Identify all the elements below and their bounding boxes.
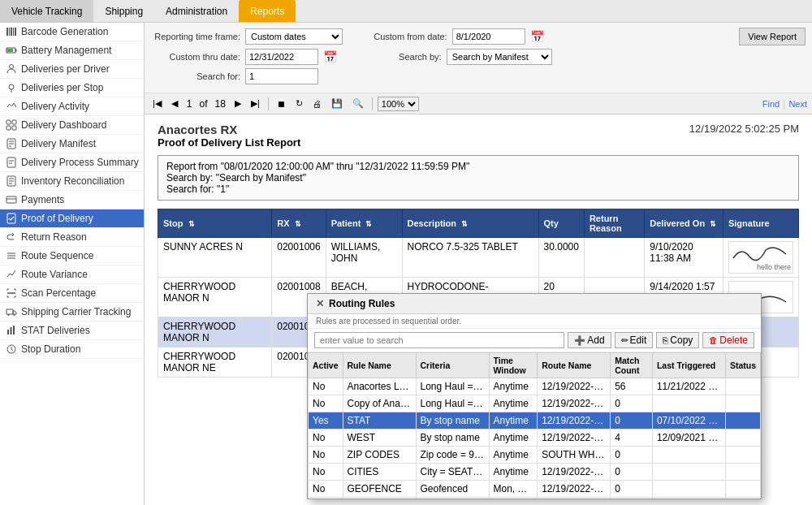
sidebar-item-proof-of-delivery[interactable]: Proof of Delivery <box>0 209 144 228</box>
sidebar-item-delivery-manifest[interactable]: Delivery Manifest <box>0 135 144 153</box>
sidebar-item-scan-percentage[interactable]: Scan Percentage <box>0 284 144 303</box>
popup-cell-rule-name: ZIP CODES <box>343 447 416 464</box>
popup-col-match-count[interactable]: Match Count <box>611 353 653 378</box>
popup-col-route-name[interactable]: Route Name <box>538 353 611 378</box>
popup-search-input[interactable] <box>314 332 564 348</box>
popup-col-last-triggered[interactable]: Last Triggered <box>652 353 725 378</box>
sidebar: Barcode Generation Battery Management De… <box>0 23 145 505</box>
popup-col-criteria[interactable]: Criteria <box>416 353 489 378</box>
toolbar-stop[interactable]: ⏹ <box>274 97 289 110</box>
sidebar-item-route-sequence[interactable]: Route Sequence <box>0 247 144 265</box>
toolbar-find-btn[interactable]: 🔍 <box>349 97 367 110</box>
popup-table-row[interactable]: NoCopy of Anacortes Long ...Long Haul = … <box>309 395 761 412</box>
report-viewer[interactable]: Anacortes RX Proof of Delivery List Repo… <box>145 114 812 505</box>
col-qty[interactable]: Qty <box>538 209 584 238</box>
popup-cell-criteria: Long Haul = FAR ... <box>416 395 489 412</box>
popup-table-row[interactable]: NoGEOFENCEGeofencedMon, Tue between ...1… <box>309 481 761 498</box>
popup-delete-button[interactable]: 🗑 Delete <box>702 332 754 348</box>
popup-toolbar: ➕ Add ✏ Edit ⎘ Copy 🗑 Delete <box>308 329 761 352</box>
col-signature[interactable]: Signature <box>723 209 798 238</box>
toolbar-find-area: Find | Next <box>762 98 807 110</box>
search-by-select[interactable]: Search by Manifest <box>447 49 552 65</box>
popup-add-button[interactable]: ➕ Add <box>568 332 611 348</box>
popup-table-row[interactable]: NoCITIESCity = SEATTLE, BR...Anytime12/1… <box>309 464 761 481</box>
popup-table-row[interactable]: NoParkside 10amGeofencedMon, Tue, Wed, T… <box>309 498 761 499</box>
sidebar-item-delivery-process-summary[interactable]: Delivery Process Summary <box>0 153 144 172</box>
toolbar-first-page[interactable]: |◀ <box>149 97 165 110</box>
routing-icon: ✕ <box>316 298 324 309</box>
toolbar-print[interactable]: 🖨 <box>309 97 325 110</box>
custom-thru-date-calendar-icon[interactable]: 📅 <box>323 50 337 63</box>
toolbar-last-page[interactable]: ▶| <box>248 97 263 110</box>
popup-col-rule-name[interactable]: Rule Name <box>343 353 416 378</box>
sidebar-item-payments[interactable]: Payments <box>0 191 144 209</box>
col-description[interactable]: Description ⇅ <box>402 209 538 238</box>
report-controls: Reporting time frame: Custom dates Custo… <box>145 23 812 93</box>
search-for-input[interactable] <box>245 68 318 84</box>
sidebar-item-deliveries-per-driver[interactable]: Deliveries per Driver <box>0 60 144 79</box>
next-link[interactable]: Next <box>788 99 807 109</box>
popup-col-status[interactable]: Status <box>725 353 760 378</box>
nav-item-vehicle-tracking[interactable]: Vehicle Tracking <box>0 0 93 22</box>
popup-cell-status <box>725 447 760 464</box>
popup-cell-match-count: 4 <box>611 429 653 447</box>
table-row[interactable]: SUNNY ACRES N02001006WILLIAMS, JOHNNORCO… <box>158 238 799 278</box>
popup-table-container[interactable]: Active Rule Name Criteria Time Window Ro… <box>308 352 761 499</box>
popup-cell-route-name: 12/19/2022-Parkside 10am <box>538 498 611 499</box>
popup-cell-criteria: City = SEATTLE, BR... <box>416 464 489 481</box>
col-delivered-on[interactable]: Delivered On ⇅ <box>645 209 723 238</box>
nav-item-administration[interactable]: Administration <box>154 0 239 22</box>
col-patient[interactable]: Patient ⇅ <box>326 209 402 238</box>
sidebar-item-stop-duration[interactable]: Stop Duration <box>0 340 144 359</box>
toolbar-page-total: 18 <box>213 98 228 110</box>
sidebar-item-shipping-carrier-tracking[interactable]: Shipping Carrier Tracking <box>0 303 144 322</box>
report-header: Anacortes RX Proof of Delivery List Repo… <box>158 123 799 153</box>
toolbar-refresh[interactable]: ↻ <box>292 97 306 110</box>
col-rx[interactable]: RX ⇅ <box>272 209 326 238</box>
popup-table-row[interactable]: NoWESTBy stop nameAnytime12/19/2022-%PHA… <box>309 429 761 447</box>
toolbar-next-page[interactable]: ▶ <box>231 97 244 110</box>
sidebar-item-inventory-reconciliation[interactable]: Inventory Reconciliation <box>0 172 144 191</box>
popup-copy-button[interactable]: ⎘ Copy <box>656 332 699 348</box>
view-report-button[interactable]: View Report <box>739 28 806 45</box>
col-stop[interactable]: Stop ⇅ <box>158 209 272 238</box>
popup-table-row[interactable]: NoAnacortes Long HaulLong Haul = ANAC...… <box>309 378 761 395</box>
sidebar-item-deliveries-per-stop[interactable]: Deliveries per Stop <box>0 79 144 97</box>
popup-cell-rule-name: GEOFENCE <box>343 481 416 498</box>
find-link[interactable]: Find <box>762 99 780 109</box>
toolbar-export[interactable]: 💾 <box>328 97 346 110</box>
custom-from-date-label: Custom from date: <box>358 32 447 41</box>
sig-text: hello there <box>757 263 791 271</box>
popup-cell-rule-name: Anacortes Long Haul <box>343 378 416 395</box>
reporting-time-frame-select[interactable]: Custom dates <box>245 28 343 45</box>
sidebar-item-battery-management[interactable]: Battery Management <box>0 41 144 60</box>
toolbar-zoom-select[interactable]: 100% <box>378 97 419 111</box>
custom-from-date-calendar-icon[interactable]: 📅 <box>530 30 544 43</box>
sequence-icon <box>5 250 18 261</box>
col-return-reason[interactable]: Return Reason <box>584 209 644 238</box>
popup-edit-button[interactable]: ✏ Edit <box>615 332 654 348</box>
popup-col-time-window[interactable]: Time Window <box>489 353 538 378</box>
report-info-box: Report from "08/01/2020 12:00:00 AM" thr… <box>158 155 799 201</box>
popup-cell-match-count: 0 <box>611 464 653 481</box>
sidebar-item-delivery-dashboard[interactable]: Delivery Dashboard <box>0 116 144 135</box>
popup-table-row[interactable]: YesSTATBy stop nameAnytime12/19/2022-%ST… <box>309 412 761 429</box>
popup-table-row[interactable]: NoZIP CODESZip code = 98223, 9...Anytime… <box>309 447 761 464</box>
toolbar-prev-page[interactable]: ◀ <box>168 97 181 110</box>
cell-return-reason <box>584 238 644 278</box>
popup-cell-active: No <box>309 447 343 464</box>
popup-col-active[interactable]: Active <box>309 353 343 378</box>
popup-cell-match-count: 0 <box>611 481 653 498</box>
top-nav: Vehicle Tracking Shipping Administration… <box>0 0 812 23</box>
sidebar-item-route-variance[interactable]: Route Variance <box>0 265 144 284</box>
nav-item-reports[interactable]: Reports <box>239 0 296 22</box>
svg-point-27 <box>14 314 15 316</box>
popup-cell-time-window: Anytime <box>489 378 538 395</box>
sidebar-item-barcode-generation[interactable]: Barcode Generation <box>0 23 144 41</box>
custom-thru-date-input[interactable] <box>245 49 318 65</box>
sidebar-item-delivery-activity[interactable]: Delivery Activity <box>0 97 144 116</box>
nav-item-shipping[interactable]: Shipping <box>93 0 154 22</box>
custom-from-date-input[interactable] <box>452 28 525 45</box>
sidebar-item-return-reason[interactable]: Return Reason <box>0 228 144 247</box>
sidebar-item-stat-deliveries[interactable]: STAT Deliveries <box>0 322 144 340</box>
